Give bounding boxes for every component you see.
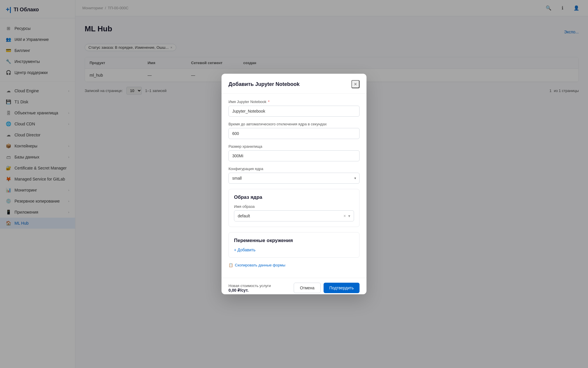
confirm-button[interactable]: Подтвердить — [324, 283, 360, 293]
modal-title: Добавить Jupyter Notebook — [228, 81, 300, 87]
copy-form-label: Скопировать данные формы — [235, 263, 285, 267]
clear-icon[interactable]: × — [344, 214, 346, 218]
copy-form-link[interactable]: 📋 Скопировать данные формы — [228, 263, 360, 267]
modal-body: Имя Jupyter Notebook * Время до автомати… — [222, 94, 366, 278]
image-name-label: Имя образа — [234, 204, 354, 209]
cost-value: 0,00 ₽/сут. — [228, 288, 271, 293]
modal-dialog: Добавить Jupyter Notebook × Имя Jupyter … — [222, 74, 366, 294]
footer-actions: Отмена Подтвердить — [294, 283, 360, 293]
storage-input[interactable] — [228, 150, 360, 161]
storage-field: Размер хранилища — [228, 144, 360, 161]
chevron-down-icon: ▾ — [348, 214, 350, 218]
add-env-button[interactable]: + Добавить — [234, 248, 255, 252]
modal-footer: Новая стоимость услуги 0,00 ₽/сут. Отмен… — [222, 278, 366, 294]
name-label: Имя Jupyter Notebook * — [228, 100, 360, 104]
modal-close-button[interactable]: × — [351, 80, 360, 88]
timeout-input[interactable] — [228, 128, 360, 139]
modal-overlay[interactable]: Добавить Jupyter Notebook × Имя Jupyter … — [0, 0, 588, 368]
env-section: Переменные окружения + Добавить — [228, 232, 360, 258]
cancel-button[interactable]: Отмена — [294, 283, 320, 293]
storage-label: Размер хранилища — [228, 144, 360, 149]
timeout-field: Время до автоматического отключения ядра… — [228, 122, 360, 139]
cost-info: Новая стоимость услуги 0,00 ₽/сут. — [228, 284, 271, 293]
config-label: Конфигурация ядра — [228, 167, 360, 171]
required-indicator: * — [268, 100, 269, 104]
cost-label: Новая стоимость услуги — [228, 284, 271, 288]
config-select-wrapper: small medium large ▾ — [228, 173, 360, 184]
config-select[interactable]: small medium large — [228, 173, 360, 184]
name-input[interactable] — [228, 106, 360, 117]
env-section-title: Переменные окружения — [234, 238, 354, 243]
app-container: +| ТI Облако ⊞ Ресурсы 👥 IAM и Управлени… — [0, 0, 588, 368]
copy-icon: 📋 — [228, 263, 233, 267]
name-field: Имя Jupyter Notebook * — [228, 100, 360, 117]
image-select-icons: × ▾ — [344, 214, 350, 218]
config-field: Конфигурация ядра small medium large ▾ — [228, 167, 360, 184]
modal-header: Добавить Jupyter Notebook × — [222, 74, 366, 94]
timeout-label: Время до автоматического отключения ядра… — [228, 122, 360, 126]
image-name-select[interactable]: default × ▾ — [234, 210, 354, 221]
kernel-image-section: Образ ядра Имя образа default × ▾ — [228, 189, 360, 227]
kernel-image-title: Образ ядра — [234, 194, 354, 200]
image-name-value: default — [238, 214, 250, 218]
image-name-field: Имя образа default × ▾ — [234, 204, 354, 221]
